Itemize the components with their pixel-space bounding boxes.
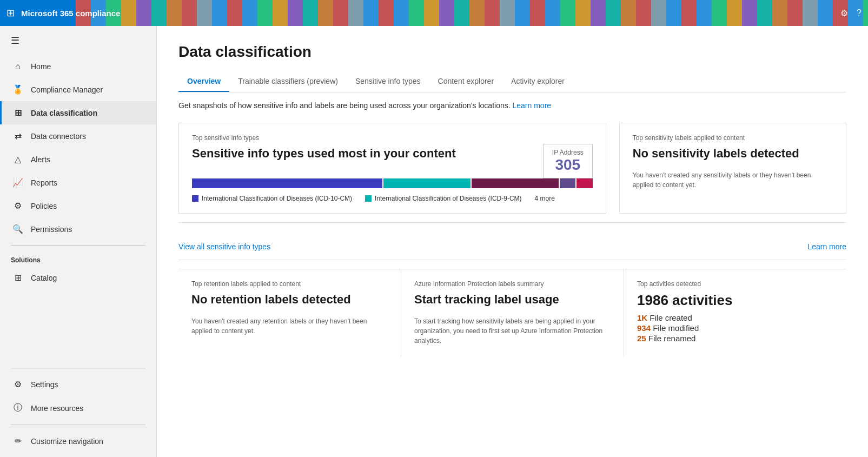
ip-badge-label: IP Address [552,149,584,156]
card-top-activities: Top activities detected 1986 activities … [624,269,846,356]
sidebar-item-compliance-manager[interactable]: 🏅 Compliance Manager [0,78,156,101]
bar-seg-1 [383,178,471,188]
activity-label-2: File renamed [648,334,696,343]
customize-nav-icon: ✏ [12,436,23,446]
activities-count: 1986 activities [637,292,833,309]
sidebar-label-reports: Reports [31,178,57,187]
description-main: Get snapshots of how sensitive info and … [178,101,511,110]
chart-legend: International Classification of Diseases… [192,195,593,202]
activity-item-2: 25 File renamed [637,334,833,343]
card-aip-labels: Azure Information Protection labels summ… [401,269,624,356]
legend-dot-1 [365,195,372,202]
sidebar-item-settings[interactable]: ⚙ Settings [0,373,156,396]
card-sensitivity-label: Top sensitivity labels applied to conten… [633,134,833,142]
sidebar-item-alerts[interactable]: △ Alerts [0,148,156,171]
bar-seg-3 [560,178,575,188]
activity-label-0: File created [650,313,692,322]
sidebar-label-more-resources: More resources [31,404,83,413]
activity-num-0: 1K [637,313,647,322]
lego-banner [76,0,868,26]
sidebar-label-alerts: Alerts [31,155,50,164]
sidebar-item-catalog[interactable]: ⊞ Catalog [0,266,156,289]
activity-num-1: 934 [637,323,651,333]
legend-label-1: International Classification of Diseases… [375,195,521,202]
aip-label: Azure Information Protection labels summ… [414,280,611,288]
home-icon: ⌂ [12,62,23,71]
card-sensitivity-title: No sensitivity labels detected [633,146,833,162]
sidebar-label-catalog: Catalog [31,274,57,282]
sidebar-label-data-classification: Data classification [31,109,97,117]
card-sensitive-info-types: Top sensitive info types Sensitive info … [178,123,606,214]
card-sensitive-title: Sensitive info types used most in your c… [192,146,456,162]
bar-chart [192,178,593,188]
data-class-icon: ⊞ [12,108,23,118]
top-cards-row: Top sensitive info types Sensitive info … [178,123,846,214]
legend-item-more: 4 more [535,195,555,202]
activity-num-2: 25 [637,334,646,343]
sidebar-item-home[interactable]: ⌂ Home [0,55,156,78]
sidebar-item-customize-navigation[interactable]: ✏ Customize navigation [0,429,156,453]
sidebar-label-home: Home [31,62,51,71]
compliance-icon: 🏅 [12,84,23,95]
ip-badge-value: 305 [552,156,584,174]
sidebar-item-permissions[interactable]: 🔍 Permissions [0,217,156,241]
sidebar-divider-2 [11,368,145,368]
tab-activity-explorer[interactable]: Activity explorer [502,71,573,92]
view-all-link[interactable]: View all sensitive info types [178,242,270,251]
sidebar-label-policies: Policies [31,202,57,210]
links-row: View all sensitive info types Learn more [178,222,846,260]
sidebar-label-compliance: Compliance Manager [31,85,103,94]
activity-label-1: File modified [653,323,699,333]
activities-list: 1K File created 934 File modified 25 Fil… [637,313,833,343]
gear-icon[interactable]: ⚙ [840,8,848,18]
tabs-bar: Overview Trainable classifiers (preview)… [178,71,846,92]
bottom-cards-row: Top retention labels applied to content … [178,269,846,356]
more-resources-icon: ⓘ [12,402,23,414]
help-icon[interactable]: ? [857,8,862,18]
top-bar: ⊞ Microsoft 365 compliance ⚙ ? [0,0,868,26]
app-title: Microsoft 365 compliance [21,9,120,18]
bar-seg-4 [577,178,592,188]
aip-desc: To start tracking how sensitivity labels… [414,316,611,346]
hamburger-button[interactable]: ☰ [0,26,156,55]
tab-overview[interactable]: Overview [178,71,229,92]
bar-seg-0 [192,178,382,188]
alerts-icon: △ [12,154,23,164]
activity-item-0: 1K File created [637,313,833,322]
sidebar-label-data-connectors: Data connectors [31,132,86,141]
legend-label-0: International Classification of Diseases… [202,195,352,202]
main-layout: ☰ ⌂ Home 🏅 Compliance Manager ⊞ Data cla… [0,26,868,457]
connectors-icon: ⇄ [12,131,23,141]
grid-icon[interactable]: ⊞ [6,7,15,19]
learn-more-link-top[interactable]: Learn more [512,101,551,110]
sidebar-label-settings: Settings [31,380,58,389]
activities-label: Top activities detected [637,280,833,288]
sidebar-divider-1 [11,245,145,246]
tab-sensitive-info-types[interactable]: Sensitive info types [347,71,429,92]
sidebar-item-more-resources[interactable]: ⓘ More resources [0,396,156,420]
sidebar-label-customize: Customize navigation [31,437,103,446]
activity-item-1: 934 File modified [637,323,833,333]
settings-icon: ⚙ [12,379,23,389]
retention-desc: You haven't created any retention labels… [191,316,388,336]
tab-content-explorer[interactable]: Content explorer [429,71,503,92]
solutions-section-label: Solutions [0,250,156,266]
sidebar-label-permissions: Permissions [31,225,72,234]
sidebar-bottom: ⚙ Settings ⓘ More resources ✏ Customize … [0,363,156,457]
legend-item-0: International Classification of Diseases… [192,195,352,202]
sidebar-item-policies[interactable]: ⚙ Policies [0,194,156,217]
ip-badge: IP Address 305 [543,144,593,178]
sidebar-item-data-connectors[interactable]: ⇄ Data connectors [0,124,156,148]
main-content: Data classification Overview Trainable c… [157,26,868,457]
reports-icon: 📈 [12,177,23,188]
sidebar-item-reports[interactable]: 📈 Reports [0,171,156,194]
permissions-icon: 🔍 [12,224,23,234]
bar-seg-2 [472,178,559,188]
sidebar-item-data-classification[interactable]: ⊞ Data classification [0,101,156,124]
tab-trainable-classifiers[interactable]: Trainable classifiers (preview) [229,71,347,92]
learn-more-link-bottom[interactable]: Learn more [807,242,846,251]
retention-label: Top retention labels applied to content [191,280,388,288]
aip-title: Start tracking label usage [414,292,611,308]
description-text: Get snapshots of how sensitive info and … [178,101,846,110]
card-retention-labels: Top retention labels applied to content … [178,269,401,356]
